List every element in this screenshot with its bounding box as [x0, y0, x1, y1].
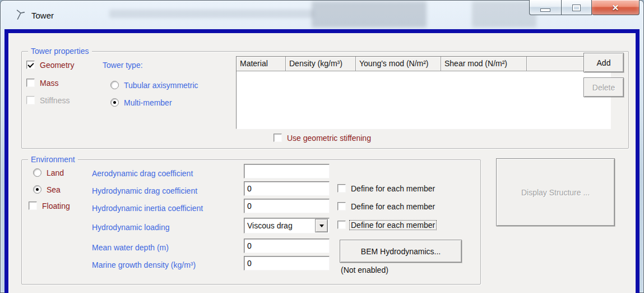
tubular-axisymmetric-label: Tubular axisymmetric	[124, 81, 198, 90]
tower-properties-legend: Tower properties	[28, 46, 92, 57]
hydrodynamic-drag-input[interactable]	[244, 181, 330, 196]
floating-checkbox-row: Floating	[29, 201, 70, 210]
hydrodynamic-inertia-input[interactable]	[244, 199, 330, 213]
column-header-shear-mod: Shear mod (N/m²)	[441, 57, 527, 71]
marine-growth-density-input[interactable]	[244, 256, 330, 271]
mean-water-depth-input[interactable]	[244, 239, 330, 253]
tubular-radio-row: Tubular axisymmetric	[110, 80, 198, 90]
land-radio-row: Land	[33, 168, 64, 177]
define-drag-row: Define for each member	[337, 184, 435, 193]
material-table-body[interactable]	[237, 71, 610, 129]
define-drag-checkbox[interactable]	[337, 184, 346, 193]
define-loading-label: Define for each member	[349, 220, 437, 230]
stiffness-checkbox	[26, 96, 35, 104]
material-table-header: Material Density (kg/m³) Young's mod (N/…	[237, 57, 610, 71]
hydrodynamic-loading-value: Viscous drag	[244, 221, 314, 230]
stiffness-label: Stiffness	[40, 96, 70, 105]
mass-checkbox[interactable]	[26, 79, 35, 87]
aerodynamic-drag-label: Aerodynamic drag coefficient	[92, 169, 193, 178]
floating-label: Floating	[42, 202, 70, 210]
dialog-client-area: Tower properties Geometry Mass Stiffness…	[4, 29, 640, 293]
multi-member-radio[interactable]	[110, 98, 119, 107]
geometry-checkbox-row: Geometry	[26, 60, 74, 70]
multi-member-radio-row: Multi-member	[110, 98, 172, 107]
land-label: Land	[47, 168, 64, 177]
environment-legend: Environment	[28, 154, 78, 165]
hydrodynamic-loading-dropdown[interactable]: Viscous drag	[244, 218, 330, 234]
close-button[interactable]: ✕	[592, 0, 640, 15]
wind-turbine-icon	[14, 8, 26, 21]
chevron-down-icon	[319, 225, 324, 227]
column-header-youngs-mod: Young's mod (N/m²)	[356, 57, 441, 71]
sea-radio-row: Sea	[33, 185, 61, 194]
column-header-density: Density (kg/m³)	[286, 57, 356, 71]
display-structure-button[interactable]: Display Structure ...	[496, 158, 615, 226]
geometry-label: Geometry	[40, 61, 74, 70]
define-loading-checkbox[interactable]	[337, 221, 346, 229]
define-drag-label: Define for each member	[351, 184, 435, 193]
environment-group: Environment Land Sea Floating Aerodynami…	[21, 159, 481, 285]
define-inertia-checkbox[interactable]	[337, 202, 346, 210]
material-table: Material Density (kg/m³) Young's mod (N/…	[236, 56, 611, 129]
add-button[interactable]: Add	[583, 53, 624, 72]
aerodynamic-drag-input[interactable]	[244, 164, 330, 178]
maximize-icon	[572, 4, 581, 11]
window-title: Tower	[31, 11, 54, 20]
sea-radio[interactable]	[33, 185, 41, 194]
tower-dialog-window: Tower ✕ Tower properties Geometry Mass S…	[0, 0, 644, 293]
multi-member-label: Multi-member	[124, 98, 172, 107]
bem-hydrodynamics-button[interactable]: BEM Hydrodynamics...	[340, 240, 462, 263]
tower-properties-group: Tower properties Geometry Mass Stiffness…	[21, 51, 629, 149]
title-bar[interactable]: Tower ✕	[0, 0, 644, 29]
hydrodynamic-drag-label: Hydrodynamic drag coefficient	[92, 186, 197, 195]
define-loading-row: Define for each member	[337, 220, 435, 230]
dropdown-arrow-button[interactable]	[315, 219, 328, 232]
hydrodynamic-inertia-label: Hydrodynamic inertia coefficient	[92, 204, 203, 213]
mass-label: Mass	[40, 79, 58, 88]
maximize-button[interactable]	[562, 0, 592, 15]
bem-status-text: (Not enabled)	[341, 265, 388, 274]
window-controls: ✕	[529, 0, 640, 15]
close-icon: ✕	[612, 3, 619, 12]
sea-label: Sea	[47, 185, 61, 194]
define-inertia-label: Define for each member	[351, 202, 435, 211]
mass-checkbox-row: Mass	[26, 78, 58, 88]
column-header-material: Material	[237, 57, 286, 71]
geometric-stiffening-row: Use geometric stiffening	[274, 133, 371, 143]
use-geometric-stiffening-checkbox[interactable]	[274, 134, 282, 142]
delete-button[interactable]: Delete	[583, 77, 624, 97]
tubular-axisymmetric-radio[interactable]	[110, 81, 119, 89]
hydrodynamic-loading-label: Hydrodynamic loading	[92, 223, 170, 232]
minimize-icon	[540, 8, 550, 12]
mean-water-depth-label: Mean water depth (m)	[92, 243, 169, 252]
marine-growth-density-label: Marine growth density (kg/m³)	[92, 260, 196, 269]
define-inertia-row: Define for each member	[337, 202, 435, 211]
land-radio[interactable]	[33, 168, 41, 177]
use-geometric-stiffening-label: Use geometric stiffening	[287, 134, 371, 143]
minimize-button[interactable]	[529, 0, 562, 15]
tower-type-label: Tower type:	[103, 61, 143, 70]
stiffness-checkbox-row: Stiffness	[26, 95, 70, 105]
geometry-checkbox[interactable]	[26, 61, 35, 69]
floating-checkbox[interactable]	[29, 202, 37, 210]
